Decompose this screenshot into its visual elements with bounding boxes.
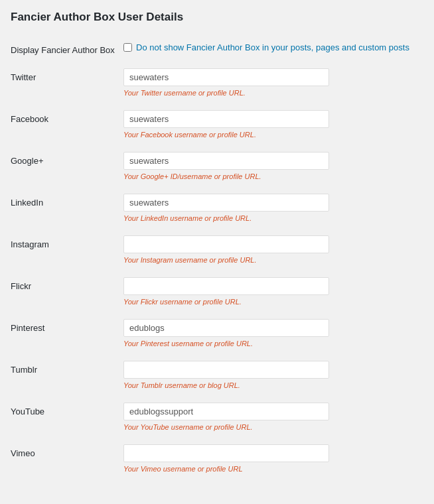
display-label: Display Fancier Author Box: [11, 45, 115, 55]
display-fancier-author-box-row: Display Fancier Author Box Do not show F…: [11, 36, 423, 63]
label-facebook: Facebook: [11, 105, 123, 147]
field-row-linkedin: LinkedInYour LinkedIn username or profil…: [11, 188, 423, 230]
field-row-facebook: FacebookYour Facebook username or profil…: [11, 105, 423, 147]
hint-vimeo: Your Vimeo username or profile URL: [123, 465, 423, 473]
input-twitter[interactable]: [123, 68, 329, 86]
display-checkbox[interactable]: [123, 43, 132, 52]
field-row-youtube: YouTubeYour YouTube username or profile …: [11, 397, 423, 439]
field-row-tumblr: TumblrYour Tumblr username or blog URL.: [11, 355, 423, 397]
hint-pinterest: Your Pinterest username or profile URL.: [123, 340, 423, 347]
label-instagram: Instagram: [11, 230, 123, 272]
hint-twitter: Your Twitter username or profile URL.: [123, 89, 423, 97]
label-tumblr: Tumblr: [11, 355, 123, 397]
label-twitter: Twitter: [11, 63, 123, 105]
field-row-pinterest: PinterestYour Pinterest username or prof…: [11, 314, 423, 355]
label-googleplus: Google+: [11, 147, 123, 188]
field-row-twitter: TwitterYour Twitter username or profile …: [11, 63, 423, 105]
input-pinterest[interactable]: [123, 319, 329, 337]
input-youtube[interactable]: [123, 403, 329, 420]
input-googleplus[interactable]: [123, 152, 329, 170]
label-youtube: YouTube: [11, 397, 123, 439]
hint-googleplus: Your Google+ ID/username or profile URL.: [123, 172, 423, 180]
input-instagram[interactable]: [123, 235, 329, 253]
input-tumblr[interactable]: [123, 361, 329, 379]
label-linkedin: LinkedIn: [11, 188, 123, 230]
input-facebook[interactable]: [123, 110, 329, 128]
input-flickr[interactable]: [123, 277, 329, 295]
hint-linkedin: Your LinkedIn username or profile URL.: [123, 214, 423, 222]
field-row-googleplus: Google+Your Google+ ID/username or profi…: [11, 147, 423, 188]
label-flickr: Flickr: [11, 272, 123, 314]
label-pinterest: Pinterest: [11, 314, 123, 355]
fields-table: TwitterYour Twitter username or profile …: [11, 63, 423, 481]
input-vimeo[interactable]: [123, 444, 329, 462]
hint-facebook: Your Facebook username or profile URL.: [123, 131, 423, 139]
hint-instagram: Your Instagram username or profile URL.: [123, 256, 423, 264]
input-linkedin[interactable]: [123, 194, 329, 212]
hint-tumblr: Your Tumblr username or blog URL.: [123, 381, 423, 389]
form-table: Display Fancier Author Box Do not show F…: [11, 36, 423, 63]
hint-flickr: Your Flickr username or profile URL.: [123, 298, 423, 306]
field-row-instagram: InstagramYour Instagram username or prof…: [11, 230, 423, 272]
field-row-vimeo: VimeoYour Vimeo username or profile URL: [11, 439, 423, 481]
page-title: Fancier Author Box User Details: [11, 11, 423, 24]
hint-youtube: Your YouTube username or profile URL.: [123, 423, 423, 431]
checkbox-hint: Do not show Fancier Author Box in your p…: [136, 42, 409, 52]
checkbox-row: Do not show Fancier Author Box in your p…: [123, 42, 423, 52]
field-row-flickr: FlickrYour Flickr username or profile UR…: [11, 272, 423, 314]
label-vimeo: Vimeo: [11, 439, 123, 481]
